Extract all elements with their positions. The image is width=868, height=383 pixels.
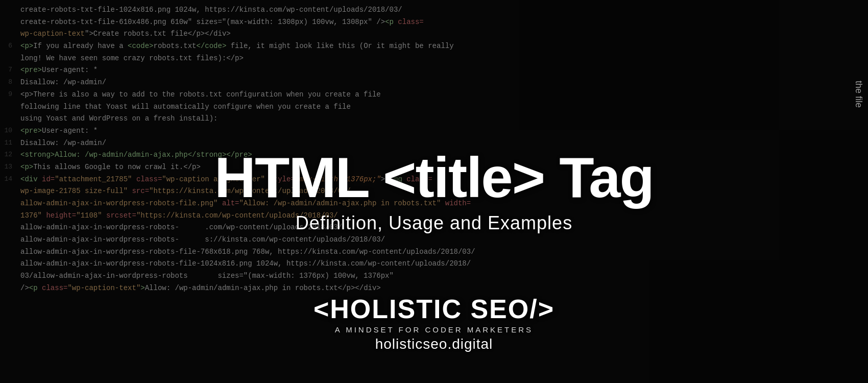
- code-line: allow-admin-ajax-in-wordpress-robots-fil…: [0, 258, 868, 270]
- brand-url: holisticseo.digital: [314, 336, 554, 352]
- line-text: 03/allow-admin-ajax-in-wordpress-robots …: [20, 271, 868, 282]
- line-text: <pre>User-agent: *: [20, 65, 868, 76]
- line-text: create-robots-txt-file-610x486.png 610w"…: [20, 17, 868, 28]
- side-label: the file: [849, 77, 868, 112]
- line-text: long! We have seen some crazy robots.txt…: [20, 53, 868, 64]
- code-line: following line that Yoast will automatic…: [0, 101, 868, 113]
- line-number: 7: [0, 65, 20, 75]
- code-line: 03/allow-admin-ajax-in-wordpress-robots …: [0, 270, 868, 282]
- line-text: allow-admin-ajax-in-wordpress-robots-fil…: [20, 247, 868, 258]
- code-line: /><p class="wp-caption-text">Allow: /wp-…: [0, 282, 868, 295]
- brand-tagline: A MINDSET FOR CODER MARKETERS: [314, 325, 554, 334]
- line-text: allow-admin-ajax-in-wordpress-robots- s:…: [20, 234, 868, 246]
- subtitle: Definition, Usage and Examples: [128, 212, 740, 234]
- code-line: wp-caption-text">Create robots.txt file<…: [0, 28, 868, 40]
- code-line: using Yoast and WordPress on a fresh ins…: [0, 113, 868, 125]
- line-number: 9: [0, 89, 20, 100]
- code-line: 7 <pre>User-agent: *: [0, 64, 868, 77]
- line-text: using Yoast and WordPress on a fresh ins…: [20, 113, 868, 125]
- code-line: allow-admin-ajax-in-wordpress-robots-fil…: [0, 246, 868, 258]
- brand-section: <HOLISTIC SEO/> A MINDSET FOR CODER MARK…: [314, 294, 554, 352]
- code-line: allow-admin-ajax-in-wordpress-robots- s:…: [0, 234, 868, 246]
- line-number: 12: [0, 150, 20, 160]
- line-number: 10: [0, 126, 20, 136]
- code-line: 8 Disallow: /wp-admin/: [0, 77, 868, 89]
- line-text: <p>There is also a way to add to the rob…: [20, 89, 868, 101]
- line-text: <p>If you already have a <code>robots.tx…: [20, 41, 868, 52]
- code-line: 9 <p>There is also a way to add to the r…: [0, 89, 868, 101]
- line-text: allow-admin-ajax-in-wordpress-robots-fil…: [20, 258, 868, 270]
- code-line: 10 <pre>User-agent: *: [0, 125, 868, 137]
- line-text: create-robots-txt-file-1024x816.png 1024…: [20, 5, 868, 16]
- code-line: create-robots-txt-file-1024x816.png 1024…: [0, 4, 868, 16]
- brand-name: <HOLISTIC SEO/>: [314, 294, 554, 324]
- code-line: long! We have seen some crazy robots.txt…: [0, 53, 868, 65]
- line-text: wp-caption-text">Create robots.txt file<…: [20, 29, 868, 40]
- line-number: 8: [0, 77, 20, 87]
- code-line: create-robots-txt-file-610x486.png 610w"…: [0, 16, 868, 29]
- line-text: following line that Yoast will automatic…: [20, 102, 868, 113]
- main-title: HTML <title> Tag: [128, 149, 740, 206]
- line-text: /><p class="wp-caption-text">Allow: /wp-…: [20, 283, 868, 294]
- line-number: 14: [0, 174, 20, 184]
- line-number: 6: [0, 41, 20, 51]
- line-text: Disallow: /wp-admin/: [20, 77, 868, 88]
- line-number: 11: [0, 138, 20, 148]
- code-line: 6 <p>If you already have a <code>robots.…: [0, 40, 868, 53]
- hero-section: HTML <title> Tag Definition, Usage and E…: [128, 149, 740, 234]
- line-number: 13: [0, 162, 20, 172]
- line-text: <pre>User-agent: *: [20, 126, 868, 137]
